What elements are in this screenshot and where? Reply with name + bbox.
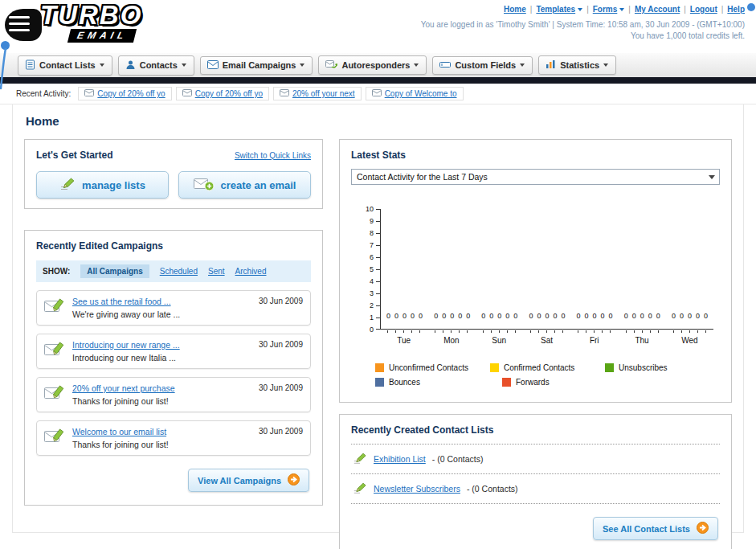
switch-quick-links-link[interactable]: Switch to Quick Links: [235, 151, 311, 160]
campaign-item[interactable]: Welcome to our email list Thanks for joi…: [36, 420, 311, 456]
page: TURBO EMAIL Home | Templates | Forms | M…: [0, 0, 756, 549]
show-label: SHOW:: [43, 267, 70, 276]
envelope-icon: [372, 89, 382, 98]
chart-y-tick-label: 2: [370, 301, 374, 309]
campaign-title-link[interactable]: See us at the retail food ...: [72, 297, 180, 306]
envelope-icon: [84, 89, 94, 98]
recent-activity-item[interactable]: Copy of 20% off yo: [78, 87, 171, 100]
contact-activity-chart: 012345678910 000000000000000000000000000…: [351, 209, 720, 354]
nav-forms[interactable]: Forms: [593, 5, 625, 14]
chart-bar-group: 00000: [523, 312, 570, 329]
tab-statistics[interactable]: Statistics: [538, 55, 616, 75]
recent-activity-item[interactable]: 20% off your next: [273, 87, 362, 100]
chart-bar-group: 00000: [381, 312, 428, 329]
chart-y-tick-label: 7: [370, 241, 374, 249]
credits-info: You have 1,000 total credits left.: [421, 31, 745, 40]
chevron-down-icon: [414, 64, 419, 67]
chart-value-label: 0: [513, 312, 518, 320]
campaign-text: 20% off your next purchase Thanks for jo…: [72, 383, 175, 406]
contact-list-link[interactable]: Exhibition List: [374, 454, 426, 464]
nav-my-account[interactable]: My Account: [635, 5, 680, 14]
contact-lists-icon: [25, 59, 35, 72]
contact-list-link[interactable]: Newsletter Subscribers: [374, 484, 460, 494]
contact-list-item[interactable]: Newsletter Subscribers - (0 Contacts): [351, 474, 720, 504]
activity-link[interactable]: Copy of 20% off yo: [97, 89, 165, 98]
chart-value-label: 0: [648, 312, 652, 320]
chart-value-label: 0: [419, 312, 423, 320]
get-started-panel: Let's Get Started Switch to Quick Links …: [24, 139, 323, 209]
campaign-text: Welcome to our email list Thanks for joi…: [72, 427, 169, 449]
campaign-edit-icon: [44, 340, 65, 358]
filter-archived[interactable]: Archived: [235, 267, 267, 276]
manage-lists-button[interactable]: manage lists: [36, 171, 169, 199]
chart-bar-group: 00000: [476, 312, 523, 329]
chart-y-tick-label: 0: [370, 326, 374, 334]
chart-legend: Unconfirmed ContactsConfirmed ContactsUn…: [375, 363, 720, 387]
chart-groups: 00000000000000000000000000000000000: [381, 209, 713, 329]
chart-value-label: 0: [497, 312, 502, 320]
see-all-contact-lists-label: See All Contact Lists: [603, 524, 690, 534]
campaign-item[interactable]: 20% off your next purchase Thanks for jo…: [36, 377, 311, 412]
view-all-campaigns-button[interactable]: View All Campaigns: [188, 469, 309, 492]
campaign-title-link[interactable]: 20% off your next purchase: [72, 383, 175, 393]
see-all-contact-lists-button[interactable]: See All Contact Lists: [593, 517, 718, 540]
chart-x-label: Sun: [492, 336, 506, 345]
chart-value-label: 0: [537, 312, 541, 320]
chart-y-tick-label: 9: [370, 217, 374, 225]
campaign-title-link[interactable]: Welcome to our email list: [72, 427, 169, 436]
campaign-title-link[interactable]: Introducing our new range ...: [72, 340, 180, 350]
campaign-item[interactable]: See us at the retail food ... We're givi…: [36, 290, 311, 326]
chart-value-label: 0: [442, 312, 447, 320]
nav-templates[interactable]: Templates: [536, 5, 582, 14]
chart-value-label: 0: [687, 312, 692, 320]
campaign-item[interactable]: Introducing our new range ... Introducin…: [36, 334, 311, 369]
chart-x-label: Wed: [681, 336, 697, 345]
chart-value-label: 0: [403, 312, 407, 320]
chart-x-label: Thu: [635, 336, 648, 345]
chevron-down-icon: [578, 8, 582, 11]
main-nav-tabbar: Contact Lists Contacts Email Campaigns A…: [0, 53, 756, 77]
chevron-down-icon: [100, 64, 104, 67]
recent-activity-item[interactable]: Copy of 20% off yo: [176, 87, 269, 100]
pencil-icon: [353, 481, 367, 496]
tab-email-campaigns[interactable]: Email Campaigns: [200, 56, 313, 75]
activity-link[interactable]: 20% off your next: [292, 89, 355, 98]
recent-activity-item[interactable]: Copy of Welcome to: [366, 87, 464, 100]
recent-activity-bar: Recent Activity: Copy of 20% off yo Copy…: [0, 84, 756, 104]
create-email-button[interactable]: create an email: [178, 171, 311, 199]
separator: |: [628, 5, 631, 14]
header-right: Home | Templates | Forms | My Account | …: [421, 5, 745, 40]
tab-label: Contacts: [140, 60, 178, 70]
tab-custom-fields[interactable]: Custom Fields: [432, 56, 533, 75]
chart-y-tick-label: 1: [370, 313, 374, 322]
tab-autoresponders[interactable]: Autoresponders: [318, 55, 427, 75]
chart-value-label: 0: [529, 312, 533, 320]
nav-home[interactable]: Home: [504, 5, 526, 14]
nav-logout[interactable]: Logout: [690, 5, 717, 14]
app-logo[interactable]: TURBO EMAIL: [5, 2, 142, 43]
chart-bar-group: 00000: [571, 312, 619, 329]
divider-bar: [0, 77, 756, 84]
stats-period-select[interactable]: Contact Activity for the Last 7 Days: [351, 169, 720, 185]
activity-link[interactable]: Copy of Welcome to: [385, 89, 457, 98]
legend-swatch: [502, 378, 511, 387]
filter-scheduled[interactable]: Scheduled: [160, 267, 198, 276]
statistics-icon: [546, 59, 556, 71]
pencil-icon: [59, 177, 76, 193]
campaigns-title: Recently Edited Campaigns: [36, 240, 311, 252]
filter-all-campaigns[interactable]: All Campaigns: [80, 264, 149, 278]
right-column: Latest Stats Contact Activity for the La…: [339, 139, 732, 549]
filter-sent[interactable]: Sent: [208, 267, 225, 276]
chart-value-label: 0: [584, 312, 589, 320]
nav-help[interactable]: Help: [727, 5, 745, 14]
tab-contact-lists[interactable]: Contact Lists: [18, 55, 112, 76]
contact-list-item[interactable]: Exhibition List - (0 Contacts): [351, 445, 720, 474]
contact-list-count: - (0 Contacts): [432, 454, 484, 464]
tab-label: Contact Lists: [39, 60, 96, 70]
annotation-dot: [747, 3, 755, 11]
chart-y-tick-label: 6: [370, 253, 374, 261]
legend-swatch: [605, 363, 614, 372]
chart-value-label: 0: [434, 312, 439, 320]
tab-contacts[interactable]: Contacts: [118, 55, 194, 76]
activity-link[interactable]: Copy of 20% off yo: [195, 89, 263, 98]
